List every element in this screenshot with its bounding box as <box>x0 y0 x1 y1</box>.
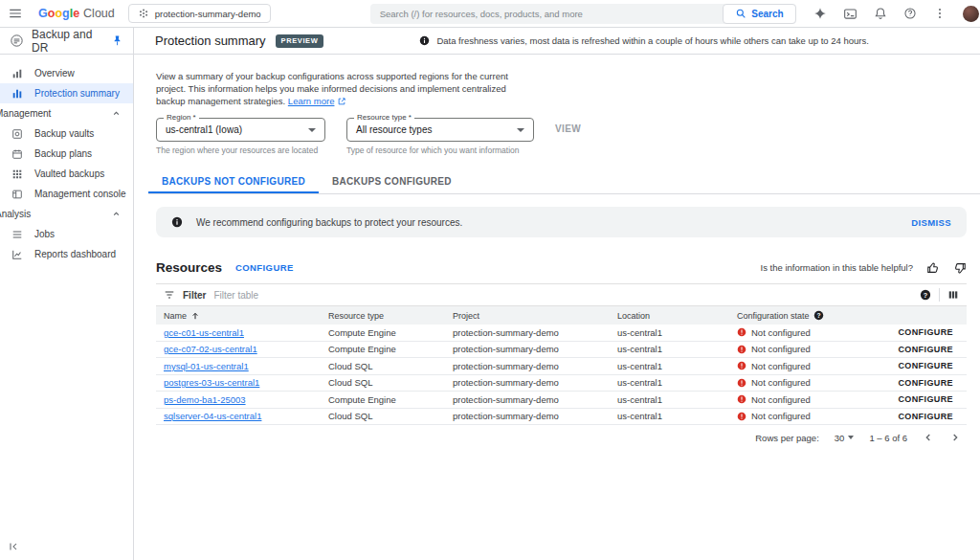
cell-project: protection-summary-demo <box>453 361 617 371</box>
configure-row-button[interactable]: CONFIGURE <box>898 345 953 354</box>
next-page-button[interactable] <box>949 432 961 443</box>
thumb-down-icon[interactable] <box>953 261 967 275</box>
search-button[interactable]: Search <box>723 4 795 24</box>
sidebar-section-analysis[interactable]: Analysis <box>0 204 133 224</box>
cloud-shell-icon[interactable] <box>843 7 858 21</box>
resource-type-select[interactable]: Resource type * All resource types <box>346 118 534 142</box>
notifications-icon[interactable] <box>874 7 887 20</box>
cell-name: ps-demo-ba1-25003 <box>164 394 328 405</box>
google-cloud-logo[interactable]: Google Cloud <box>38 7 115 20</box>
thumb-up-icon[interactable] <box>926 261 940 275</box>
column-header-label: Project <box>453 311 479 321</box>
search-input[interactable] <box>370 4 724 24</box>
sidebar-item-label: Vaulted backups <box>34 168 104 179</box>
sidebar-item-jobs[interactable]: Jobs <box>0 224 133 244</box>
sidebar-item-reports-dashboard[interactable]: Reports dashboard <box>0 244 133 264</box>
tab-backups-not-configured[interactable]: BACKUPS NOT CONFIGURED <box>148 170 319 193</box>
resource-type-select-value: All resource types <box>356 124 432 135</box>
resource-link[interactable]: postgres-03-us-central1 <box>164 377 259 388</box>
cell-location: us-central1 <box>617 344 737 354</box>
table-toolbar: Filter ? <box>156 283 967 306</box>
view-button[interactable]: VIEW <box>555 123 581 134</box>
configure-row-button[interactable]: CONFIGURE <box>898 327 953 337</box>
table-help-icon[interactable]: ? <box>920 289 931 301</box>
collapse-sidebar-icon[interactable] <box>8 541 19 552</box>
sidebar-item-label: Jobs <box>34 229 55 239</box>
column-header-resource-type[interactable]: Resource type <box>328 311 453 321</box>
chevron-down-icon <box>308 128 316 132</box>
chevron-up-icon <box>111 209 122 219</box>
avatar[interactable] <box>963 6 979 22</box>
column-header-location[interactable]: Location <box>617 311 737 321</box>
sidebar-item-protection-summary[interactable]: Protection summary <box>0 83 133 103</box>
table-feedback: Is the information in this table helpful… <box>761 261 967 275</box>
cell-name: sqlserver-04-us-central1 <box>164 411 328 421</box>
filter-input[interactable] <box>213 290 912 301</box>
table-header: NameResource typeProjectLocationConfigur… <box>156 306 967 325</box>
column-header-name[interactable]: Name <box>164 311 328 321</box>
resource-link[interactable]: gce-c01-us-central1 <box>164 327 244 338</box>
cell-resource-type: Compute Engine <box>328 344 453 354</box>
cell-name: gce-c01-us-central1 <box>164 327 328 338</box>
sidebar-item-backup-vaults[interactable]: Backup vaults <box>0 123 133 144</box>
table-body: gce-c01-us-central1Compute Engineprotect… <box>156 325 967 425</box>
project-icon <box>138 8 149 19</box>
cell-name: mysql-01-us-central1 <box>164 361 328 371</box>
pin-icon[interactable] <box>111 34 123 47</box>
resource-link[interactable]: mysql-01-us-central1 <box>164 361 249 371</box>
region-select-value: us-central1 (Iowa) <box>166 124 242 135</box>
sidebar-item-management-console[interactable]: Management console <box>0 184 133 204</box>
state-label: Not configured <box>751 344 811 354</box>
state-label: Not configured <box>751 394 811 405</box>
sidebar-item-overview[interactable]: Overview <box>0 63 133 83</box>
topbar: Google Cloud protection-summary-demo Sea… <box>0 0 980 28</box>
previous-page-button[interactable] <box>923 432 934 443</box>
cell-configuration-state: Not configured <box>737 361 880 371</box>
sidebar-item-vaulted-backups[interactable]: Vaulted backups <box>0 164 133 184</box>
logo-google-text: Google <box>38 7 79 20</box>
cell-resource-type: Cloud SQL <box>328 361 453 371</box>
configure-row-button[interactable]: CONFIGURE <box>898 394 953 404</box>
main-content: View a summary of your backup configurat… <box>134 55 980 560</box>
cell-resource-type: Compute Engine <box>328 394 453 405</box>
configure-row-button[interactable]: CONFIGURE <box>898 412 953 421</box>
chevron-down-icon <box>848 436 854 439</box>
resource-link[interactable]: sqlserver-04-us-central1 <box>164 411 261 421</box>
configure-row-button[interactable]: CONFIGURE <box>898 378 953 388</box>
learn-more-link[interactable]: Learn more <box>288 95 347 107</box>
dismiss-button[interactable]: DISMISS <box>911 217 951 228</box>
sidebar-item-backup-plans[interactable]: Backup plans <box>0 144 133 164</box>
configure-resources-button[interactable]: CONFIGURE <box>235 262 294 273</box>
appbar: Backup and DR Protection summary PREVIEW… <box>0 28 980 55</box>
backup-and-dr-icon <box>10 34 24 48</box>
table-row: postgres-03-us-central1Cloud SQLprotecti… <box>156 375 967 392</box>
filter-icon <box>164 289 175 301</box>
cell-location: us-central1 <box>617 327 737 338</box>
resource-link[interactable]: ps-demo-ba1-25003 <box>164 394 246 405</box>
menu-icon[interactable] <box>8 6 23 21</box>
more-options-icon[interactable] <box>933 7 947 20</box>
rows-per-page-select[interactable]: 30 <box>835 433 855 443</box>
help-icon[interactable] <box>903 7 917 20</box>
table-row: gce-c07-02-us-central1Compute Engineprot… <box>156 342 967 359</box>
app-name: Backup and DR <box>32 28 103 55</box>
sidebar-section-management[interactable]: Management <box>0 103 133 123</box>
region-select[interactable]: Region * us-central1 (Iowa) <box>156 118 325 142</box>
info-icon <box>171 216 183 228</box>
error-icon <box>737 412 746 421</box>
cell-project: protection-summary-demo <box>453 344 617 354</box>
sidebar-item-label: Overview <box>34 68 75 78</box>
project-selector[interactable]: protection-summary-demo <box>128 4 271 23</box>
intro-line: backup management strategies. <box>156 96 285 106</box>
rows-per-page-value: 30 <box>835 433 845 443</box>
column-help-icon[interactable]: ? <box>813 310 824 321</box>
column-header-configuration-state[interactable]: Configuration state? <box>737 310 880 321</box>
error-icon <box>737 327 746 337</box>
column-options-icon[interactable] <box>947 289 959 301</box>
tab-backups-configured[interactable]: BACKUPS CONFIGURED <box>319 170 465 193</box>
configure-row-button[interactable]: CONFIGURE <box>898 361 953 370</box>
table-row: mysql-01-us-central1Cloud SQLprotection-… <box>156 358 967 375</box>
resource-link[interactable]: gce-c07-02-us-central1 <box>164 344 257 354</box>
column-header-project[interactable]: Project <box>453 311 617 321</box>
gemini-icon[interactable] <box>813 7 827 20</box>
